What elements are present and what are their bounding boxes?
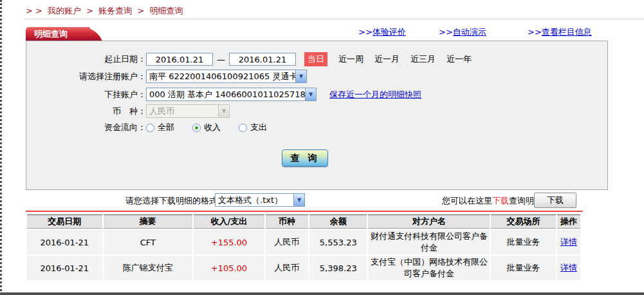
results-table: 交易日期 摘要 收入/支出 币种 余额 对方户名 交易场所 操作 2016-01… xyxy=(26,213,582,281)
download-button[interactable]: 下载 xyxy=(534,193,576,208)
date-range-label: 起止日期： xyxy=(26,53,146,65)
cell-counterparty: 支付宝（中国）网络技术有限公司客户备付金 xyxy=(368,256,490,280)
page-bottom-bar xyxy=(0,292,644,295)
link-auto-demo[interactable]: >>自动演示 xyxy=(439,26,486,38)
col-header-date: 交易日期 xyxy=(27,214,102,229)
flow-radio-all-label: 全部 xyxy=(158,122,174,133)
currency-label: 币 种： xyxy=(26,106,146,117)
cell-currency: 人民币 xyxy=(266,256,308,280)
download-format-value: 文本格式（.txt） xyxy=(216,195,293,206)
table-row: 2016-01-21 陈广锦支付宝 +105.00 人民币 5,398.23 支… xyxy=(27,256,580,280)
register-account-row: 请选择注册账户： 南平 6222001406100921065 灵通卡 ▼ xyxy=(26,70,307,83)
detail-query-page: > > 我的账户 > 账务查询 > 明细查询 明细查询 >>体验评价 >>自动演… xyxy=(0,0,644,295)
breadcrumb: > > 我的账户 > 账务查询 > 明细查询 xyxy=(26,5,185,17)
col-header-currency: 币种 xyxy=(266,214,308,229)
radio-icon xyxy=(146,124,154,132)
quick-range-year-button[interactable]: 近一年 xyxy=(446,53,472,65)
chevron-down-icon: ▼ xyxy=(293,194,304,206)
chevron-down-icon: ▼ xyxy=(305,88,316,100)
link-prefix: >> xyxy=(528,27,542,37)
sub-account-label: 下挂账户： xyxy=(26,89,146,100)
detail-link[interactable]: 详情 xyxy=(560,237,577,247)
download-hint-before: 您可以在这里 xyxy=(442,196,492,205)
col-header-action: 操作 xyxy=(557,214,580,229)
currency-select-disabled: 人民币 ▼ xyxy=(146,104,230,118)
breadcrumb-separator: > xyxy=(86,6,93,15)
register-account-value: 南平 6222001406100921065 灵通卡 xyxy=(147,71,295,82)
results-table-wrap: 交易日期 摘要 收入/支出 币种 余额 对方户名 交易场所 操作 2016-01… xyxy=(26,213,582,281)
link-view-column-info[interactable]: >>查看栏目信息 xyxy=(528,26,592,38)
fund-flow-row: 资金流向： 全部 收入 支出 xyxy=(26,122,285,133)
tab-detail-query[interactable]: 明细查询 xyxy=(26,27,90,41)
sub-account-select[interactable]: 000 活期 基本户 1406600101102571848 ▼ xyxy=(146,88,317,101)
link-label: 体验评价 xyxy=(373,27,406,37)
link-label: 查看栏目信息 xyxy=(542,27,592,37)
chevron-down-icon: ▼ xyxy=(218,105,229,117)
quick-range-month-button[interactable]: 近一月 xyxy=(374,53,400,65)
query-form-panel: 起止日期： — 当日 近一周 近一月 近三月 近一年 请选择注册账户： 南平 6… xyxy=(26,41,608,190)
cell-date: 2016-01-21 xyxy=(27,230,102,254)
date-to-input[interactable] xyxy=(229,53,296,66)
cell-action: 详情 xyxy=(557,256,580,280)
breadcrumb-item-my-account[interactable]: 我的账户 xyxy=(48,6,81,15)
date-range-row: 起止日期： — 当日 近一周 近一月 近三月 近一年 xyxy=(26,52,472,66)
col-header-summary: 摘要 xyxy=(104,214,193,229)
radio-icon xyxy=(239,124,247,132)
cell-balance: 5,553.23 xyxy=(309,230,367,254)
chevron-down-icon: ▼ xyxy=(295,70,306,82)
download-format-select[interactable]: 文本格式（.txt） ▼ xyxy=(215,193,305,207)
table-row: 2016-01-21 CFT +155.00 人民币 5,553.23 财付通支… xyxy=(27,230,580,254)
tab-title: 明细查询 xyxy=(34,29,68,39)
link-label: 自动演示 xyxy=(453,27,486,37)
col-header-counterparty: 对方户名 xyxy=(368,214,490,229)
cell-action: 详情 xyxy=(557,230,580,254)
date-from-input[interactable] xyxy=(146,53,213,66)
breadcrumb-prefix: > > xyxy=(26,6,42,15)
link-experience-rating[interactable]: >>体验评价 xyxy=(358,26,406,38)
cell-amount: +105.00 xyxy=(194,256,264,280)
table-header-row: 交易日期 摘要 收入/支出 币种 余额 对方户名 交易场所 操作 xyxy=(27,214,580,229)
detail-link[interactable]: 详情 xyxy=(560,263,577,272)
sub-account-row: 下挂账户： 000 活期 基本户 1406600101102571848 ▼ 保… xyxy=(26,88,421,101)
flow-radio-expense-label: 支出 xyxy=(250,122,267,133)
col-header-venue: 交易场所 xyxy=(491,214,555,229)
currency-row: 币 种： 人民币 ▼ xyxy=(26,104,230,118)
quick-range-quarter-button[interactable]: 近三月 xyxy=(410,53,436,65)
date-dash: — xyxy=(217,55,225,64)
flow-radio-income[interactable]: 收入 xyxy=(192,122,221,133)
radio-checked-icon xyxy=(192,124,201,132)
col-header-balance: 余额 xyxy=(309,214,367,229)
register-account-label: 请选择注册账户： xyxy=(26,71,146,82)
sub-account-value: 000 活期 基本户 1406600101102571848 xyxy=(147,89,305,100)
cell-counterparty: 财付通支付科技有限公司客户备付金 xyxy=(368,230,490,254)
cell-summary: 陈广锦支付宝 xyxy=(104,256,193,280)
cell-date: 2016-01-21 xyxy=(27,256,102,280)
flow-radio-income-label: 收入 xyxy=(204,122,221,133)
col-header-amount: 收入/支出 xyxy=(194,214,264,229)
fund-flow-label: 资金流向： xyxy=(26,122,146,133)
red-separator-line xyxy=(26,211,583,212)
save-monthly-snapshot-link[interactable]: 保存近一个月的明细快照 xyxy=(329,89,421,100)
flow-radio-all[interactable]: 全部 xyxy=(146,122,174,133)
cell-amount: +155.00 xyxy=(194,230,264,254)
download-hint-link[interactable]: 下载 xyxy=(492,196,509,205)
quick-range-week-button[interactable]: 近一周 xyxy=(338,53,363,65)
page-left-dotted-edge xyxy=(0,0,2,295)
breadcrumb-item-account-query[interactable]: 账务查询 xyxy=(98,6,132,15)
breadcrumb-separator: > xyxy=(137,6,144,15)
currency-value: 人民币 xyxy=(147,106,218,117)
breadcrumb-divider xyxy=(24,19,644,19)
register-account-select[interactable]: 南平 6222001406100921065 灵通卡 ▼ xyxy=(146,70,307,83)
flow-radio-expense[interactable]: 支出 xyxy=(239,122,267,133)
link-prefix: >> xyxy=(358,27,373,37)
cell-venue: 批量业务 xyxy=(491,256,555,280)
breadcrumb-item-detail-query[interactable]: 明细查询 xyxy=(149,6,183,15)
cell-balance: 5,398.23 xyxy=(309,256,367,280)
download-format-label: 请您选择下载明细的格式 xyxy=(125,195,217,207)
cell-summary: CFT xyxy=(104,230,193,254)
cell-venue: 批量业务 xyxy=(491,230,555,254)
link-prefix: >> xyxy=(439,27,453,37)
query-button[interactable]: 查 询 xyxy=(282,149,328,167)
cell-currency: 人民币 xyxy=(266,230,308,254)
quick-range-today-button[interactable]: 当日 xyxy=(304,52,327,66)
